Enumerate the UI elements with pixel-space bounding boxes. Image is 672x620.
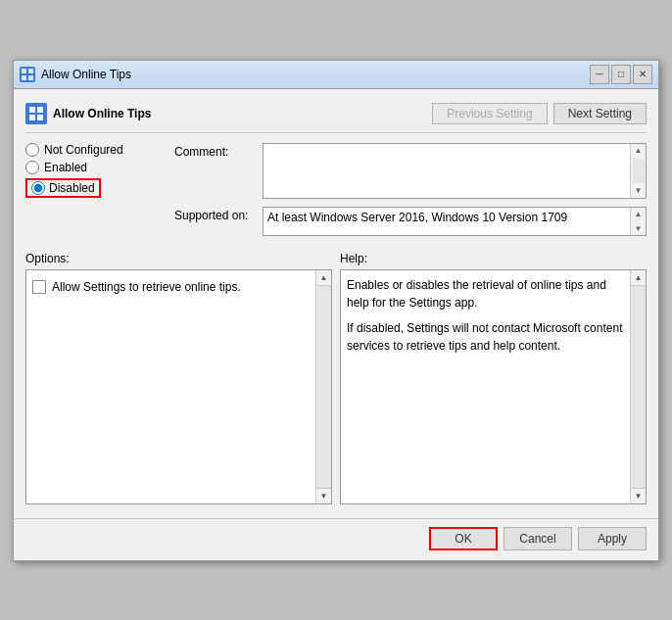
options-item-label: Allow Settings to retrieve online tips.	[52, 280, 241, 294]
footer: OK Cancel Apply	[14, 518, 658, 560]
ok-button[interactable]: OK	[429, 527, 498, 550]
supported-scrollbar: ▲ ▼	[630, 208, 646, 235]
window-title: Allow Online Tips	[41, 68, 131, 81]
maximize-button[interactable]: □	[611, 65, 631, 84]
options-scroll-track	[316, 286, 331, 488]
main-window: Allow Online Tips ─ □ ✕ Allow Online Tip	[13, 60, 659, 561]
svg-rect-0	[22, 69, 26, 73]
title-bar: Allow Online Tips ─ □ ✕	[14, 61, 658, 89]
radio-enabled-input[interactable]	[25, 161, 39, 174]
svg-rect-4	[29, 107, 35, 113]
cancel-button[interactable]: Cancel	[504, 527, 572, 550]
radio-group: Not Configured Enabled Disabled	[25, 143, 163, 198]
options-scrollbar: ▲ ▼	[315, 270, 331, 503]
radio-enabled[interactable]: Enabled	[25, 161, 163, 174]
help-section: Help: Enables or disables the retrieval …	[340, 252, 647, 504]
minimize-button[interactable]: ─	[590, 65, 609, 84]
options-label: Options:	[25, 252, 332, 265]
supported-value: At least Windows Server 2016, Windows 10…	[264, 208, 646, 235]
comment-scroll-track	[633, 159, 645, 183]
comment-scroll-up[interactable]: ▲	[632, 144, 646, 158]
options-box: Allow Settings to retrieve online tips. …	[25, 269, 332, 504]
help-paragraph-1: Enables or disables the retrieval of onl…	[347, 276, 628, 311]
comment-input[interactable]	[264, 144, 646, 198]
radio-enabled-label: Enabled	[44, 161, 87, 174]
help-scrollbar: ▲ ▼	[630, 270, 646, 503]
help-text: Enables or disables the retrieval of onl…	[347, 276, 628, 355]
options-item: Allow Settings to retrieve online tips.	[32, 280, 313, 294]
comment-row: Comment: ▲ ▼	[174, 143, 647, 199]
svg-rect-6	[29, 115, 35, 120]
radio-disabled-input[interactable]	[31, 181, 45, 195]
close-button[interactable]: ✕	[633, 65, 652, 84]
next-setting-button[interactable]: Next Setting	[553, 103, 647, 124]
title-bar-left: Allow Online Tips	[20, 67, 131, 82]
supported-label: Supported on:	[174, 209, 263, 222]
comment-box: ▲ ▼	[263, 143, 647, 199]
header-row: Allow Online Tips Previous Setting Next …	[25, 97, 647, 133]
left-panel: Not Configured Enabled Disabled	[25, 143, 163, 244]
svg-rect-3	[28, 75, 33, 80]
bottom-panels: Options: Allow Settings to retrieve onli…	[25, 252, 647, 504]
options-section: Options: Allow Settings to retrieve onli…	[25, 252, 332, 504]
options-checkbox[interactable]	[32, 280, 46, 294]
radio-not-configured[interactable]: Not Configured	[25, 143, 163, 157]
radio-disabled-label: Disabled	[49, 181, 95, 195]
content-area: Allow Online Tips Previous Setting Next …	[14, 89, 658, 514]
apply-button[interactable]: Apply	[578, 527, 647, 550]
comment-scroll-down[interactable]: ▼	[632, 184, 646, 198]
help-content: Enables or disables the retrieval of onl…	[341, 270, 646, 503]
help-paragraph-2: If disabled, Settings will not contact M…	[347, 319, 628, 355]
setting-title: Allow Online Tips	[53, 107, 151, 120]
radio-disabled[interactable]: Disabled	[25, 178, 163, 198]
setting-icon	[25, 103, 47, 124]
right-section: Comment: ▲ ▼ Supported on: At least	[174, 143, 647, 244]
help-label: Help:	[340, 252, 647, 265]
comment-label: Comment:	[174, 145, 263, 159]
svg-rect-7	[37, 115, 43, 120]
svg-rect-1	[28, 69, 33, 73]
supported-scroll-down[interactable]: ▼	[632, 222, 646, 235]
window-icon	[20, 67, 35, 82]
help-scroll-track	[631, 286, 646, 488]
svg-rect-2	[22, 75, 26, 80]
help-scroll-up[interactable]: ▲	[631, 270, 646, 286]
help-scroll-down[interactable]: ▼	[631, 488, 646, 503]
help-box: Enables or disables the retrieval of onl…	[340, 269, 647, 504]
svg-rect-5	[37, 107, 43, 113]
header-buttons: Previous Setting Next Setting	[432, 103, 647, 124]
comment-scrollbar: ▲ ▼	[630, 144, 646, 198]
options-content: Allow Settings to retrieve online tips.	[26, 270, 331, 503]
supported-box: At least Windows Server 2016, Windows 10…	[263, 207, 647, 236]
options-scroll-down[interactable]: ▼	[316, 488, 331, 503]
supported-scroll-up[interactable]: ▲	[632, 208, 646, 220]
title-bar-controls: ─ □ ✕	[590, 65, 652, 84]
radio-not-configured-input[interactable]	[25, 143, 39, 157]
main-area: Not Configured Enabled Disabled	[25, 143, 647, 244]
options-scroll-up[interactable]: ▲	[316, 270, 331, 286]
header-left: Allow Online Tips	[25, 103, 151, 124]
previous-setting-button[interactable]: Previous Setting	[432, 103, 547, 124]
supported-row: Supported on: At least Windows Server 20…	[174, 207, 647, 236]
radio-not-configured-label: Not Configured	[44, 143, 123, 157]
